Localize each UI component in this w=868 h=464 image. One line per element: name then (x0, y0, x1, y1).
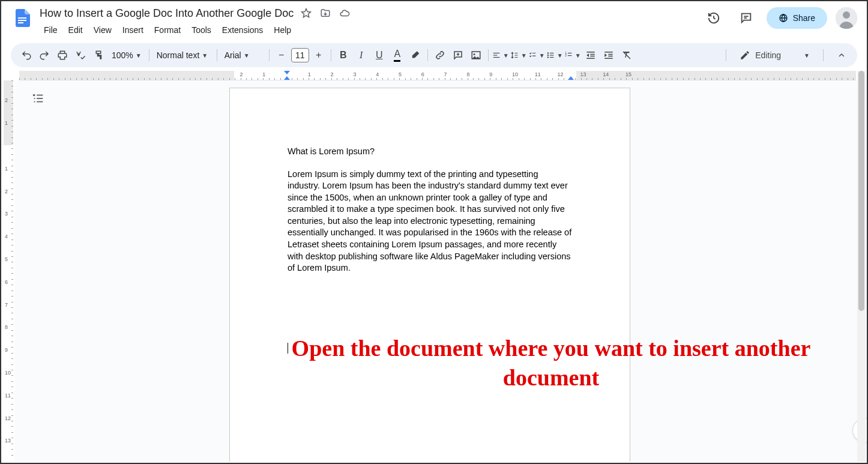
menu-insert[interactable]: Insert (118, 23, 148, 37)
menu-view[interactable]: View (89, 23, 116, 37)
share-button[interactable]: Share (767, 7, 827, 29)
collapse-toolbar-icon[interactable] (833, 47, 850, 64)
comment-icon[interactable] (734, 6, 758, 30)
line-spacing-dropdown[interactable]: ▼ (510, 47, 527, 64)
font-dropdown[interactable]: Arial▼ (221, 50, 265, 60)
checklist-dropdown[interactable]: ▼ (528, 47, 545, 64)
doc-heading: What is Lorem Ipsum? (288, 146, 572, 158)
chevron-down-icon: ▼ (202, 52, 208, 59)
numbered-list-dropdown[interactable]: 12▼ (564, 47, 581, 64)
indent-decrease-icon[interactable] (582, 47, 599, 64)
add-comment-icon[interactable] (450, 47, 466, 64)
image-icon[interactable] (468, 47, 484, 64)
toolbar: 100%▼ Normal text▼ Arial▼ − + B I U A ▼ … (11, 43, 857, 67)
bold-icon[interactable]: B (335, 47, 352, 64)
undo-icon[interactable] (18, 47, 35, 64)
outline-icon[interactable] (31, 91, 46, 106)
svg-text:2: 2 (565, 54, 567, 57)
italic-icon[interactable]: I (353, 47, 370, 64)
menu-edit[interactable]: Edit (64, 23, 87, 37)
svg-point-34 (33, 94, 35, 97)
menu-format[interactable]: Format (150, 23, 185, 37)
svg-point-11 (473, 53, 475, 55)
menu-extensions[interactable]: Extensions (218, 23, 267, 37)
svg-point-16 (547, 55, 548, 56)
font-increase-icon[interactable]: + (310, 47, 327, 64)
pencil-icon (740, 50, 750, 61)
document-page[interactable]: What is Lorem Ipsum? Lorem Ipsum is simp… (229, 88, 630, 462)
font-decrease-icon[interactable]: − (273, 47, 290, 64)
spellcheck-icon[interactable] (72, 47, 89, 64)
scrollbar-thumb[interactable] (858, 71, 864, 311)
annotation-text: Open the document where you want to inse… (271, 334, 831, 393)
style-dropdown[interactable]: Normal text▼ (153, 50, 213, 60)
redo-icon[interactable] (36, 47, 53, 64)
chevron-down-icon: ▼ (244, 52, 250, 59)
share-label: Share (793, 13, 815, 23)
menu-bar: File Edit View Insert Format Tools Exten… (40, 23, 702, 37)
chevron-down-icon: ▼ (804, 52, 810, 59)
history-icon[interactable] (702, 6, 726, 30)
doc-body: Lorem Ipsum is simply dummy text of the … (288, 169, 572, 274)
move-icon[interactable] (320, 8, 331, 19)
star-icon[interactable] (301, 8, 312, 19)
cloud-icon[interactable] (339, 8, 350, 19)
align-dropdown[interactable]: ▼ (492, 47, 509, 64)
svg-point-17 (547, 56, 548, 58)
clear-format-icon[interactable] (618, 47, 635, 64)
svg-point-15 (547, 52, 548, 53)
docs-logo[interactable] (11, 6, 35, 30)
avatar[interactable] (836, 7, 857, 29)
paint-format-icon[interactable] (90, 47, 107, 64)
link-icon[interactable] (432, 47, 448, 64)
zoom-dropdown[interactable]: 100%▼ (108, 50, 145, 60)
svg-point-7 (843, 11, 850, 19)
text-color-icon[interactable]: A (389, 47, 406, 64)
highlight-icon[interactable] (407, 47, 424, 64)
editing-mode-dropdown[interactable]: Editing ▼ (717, 49, 832, 61)
menu-tools[interactable]: Tools (187, 23, 215, 37)
underline-icon[interactable]: U (371, 47, 388, 64)
globe-icon (779, 13, 788, 23)
svg-rect-0 (18, 17, 26, 19)
document-area: What is Lorem Ipsum? Lorem Ipsum is simp… (14, 80, 867, 462)
svg-rect-1 (18, 20, 26, 21)
menu-file[interactable]: File (40, 23, 62, 37)
menu-help[interactable]: Help (270, 23, 295, 37)
horizontal-ruler[interactable]: 21123456789101112131415 (19, 71, 856, 80)
doc-title[interactable]: How to Insert a Google Doc Into Another … (40, 7, 294, 20)
chevron-down-icon: ▼ (136, 52, 142, 59)
print-icon[interactable] (54, 47, 71, 64)
bullet-list-dropdown[interactable]: ▼ (546, 47, 563, 64)
vertical-scrollbar[interactable] (857, 71, 866, 462)
vertical-ruler[interactable]: 2112345678910111213 (4, 80, 13, 460)
font-size-input[interactable] (291, 48, 309, 62)
indent-increase-icon[interactable] (600, 47, 617, 64)
svg-rect-2 (18, 22, 23, 23)
